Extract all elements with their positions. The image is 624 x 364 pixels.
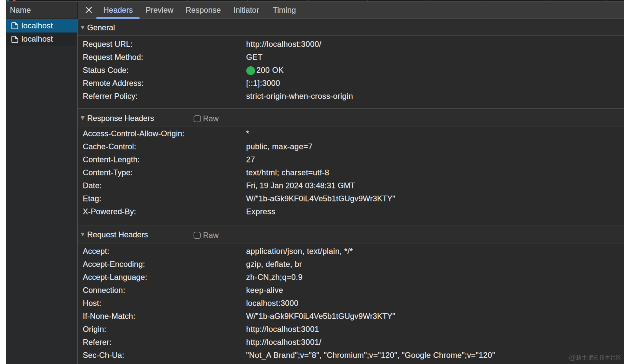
svg-text:@: @ (569, 354, 576, 361)
